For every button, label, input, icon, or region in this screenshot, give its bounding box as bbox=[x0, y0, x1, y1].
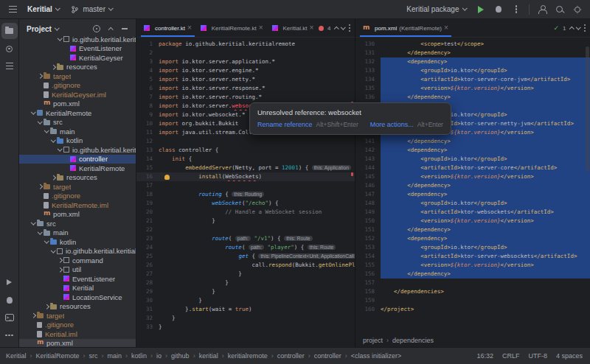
line-number[interactable]: 134 bbox=[355, 75, 381, 84]
line-number[interactable]: 19 bbox=[136, 199, 159, 208]
tree-item[interactable]: KeritialRemote bbox=[19, 108, 136, 118]
code-line[interactable]: 26 call.respond(Bukkit.getOnlinePlayers(… bbox=[136, 261, 355, 270]
code-line[interactable]: 33} bbox=[136, 323, 355, 332]
line-number[interactable]: 133 bbox=[355, 66, 381, 75]
code-editor-kotlin[interactable]: 1package io.github.keritial.keritialremo… bbox=[136, 38, 355, 347]
breadcrumb-item[interactable]: Keritial bbox=[6, 352, 27, 360]
main-menu-button[interactable] bbox=[4, 1, 21, 18]
line-number[interactable]: 26 bbox=[136, 261, 159, 270]
error-stripe-mark[interactable] bbox=[351, 172, 353, 176]
code-line[interactable]: 132 <dependency> bbox=[355, 57, 590, 66]
code-line[interactable]: 150 <version>${ktor.version}</version> bbox=[355, 217, 590, 225]
line-number[interactable]: 153 bbox=[355, 243, 381, 252]
editor-tab[interactable]: KeritialRemote.kt bbox=[196, 19, 268, 37]
tree-item[interactable]: target bbox=[19, 182, 136, 192]
breadcrumb-item[interactable]: keritialremote bbox=[218, 352, 268, 360]
code-line[interactable]: 15 embeddedServer(Netty, port = 12001) {… bbox=[136, 164, 355, 172]
tree-item[interactable]: KeritialGeyser.iml bbox=[19, 90, 136, 99]
run-config-selector[interactable]: Keritial package bbox=[401, 3, 471, 15]
line-number[interactable]: 159 bbox=[355, 296, 381, 305]
next-problem-icon[interactable] bbox=[341, 24, 345, 29]
breadcrumb-item[interactable]: github bbox=[162, 352, 190, 360]
line-number[interactable]: 146 bbox=[355, 181, 381, 190]
close-icon[interactable] bbox=[444, 24, 448, 32]
line-number[interactable]: 28 bbox=[136, 279, 159, 287]
structure-tool-button[interactable] bbox=[1, 58, 18, 74]
code-line[interactable]: 5import io.ktor.server.netty.* bbox=[136, 75, 355, 84]
tree-item[interactable]: .gitignore bbox=[19, 192, 136, 201]
line-number[interactable]: 152 bbox=[355, 234, 381, 243]
commit-tool-button[interactable] bbox=[1, 41, 18, 57]
code-line[interactable]: 159 bbox=[355, 296, 590, 305]
code-line[interactable]: 30 } bbox=[136, 296, 355, 305]
next-problem-icon[interactable] bbox=[576, 24, 580, 29]
vcs-branch-widget[interactable]: master bbox=[66, 3, 117, 16]
line-number[interactable]: 13 bbox=[136, 146, 159, 155]
chevron-right-icon[interactable] bbox=[38, 74, 42, 78]
breadcrumb-item[interactable]: kotlin bbox=[122, 352, 147, 360]
line-number[interactable]: 148 bbox=[355, 199, 381, 208]
line-number[interactable]: 136 bbox=[355, 93, 381, 102]
code-line[interactable]: 156 </dependency> bbox=[355, 270, 590, 279]
code-line[interactable]: 148 <groupId>io.ktor</groupId> bbox=[355, 199, 590, 208]
line-number[interactable]: 3 bbox=[136, 57, 159, 66]
tree-item[interactable]: .gitignore bbox=[19, 321, 136, 330]
settings-button[interactable] bbox=[569, 1, 586, 18]
line-number[interactable]: 4 bbox=[136, 66, 159, 75]
line-number[interactable]: 144 bbox=[355, 164, 381, 172]
chevron-down-icon[interactable] bbox=[38, 229, 42, 234]
code-line[interactable]: 157 bbox=[355, 279, 590, 287]
tree-item[interactable]: KeritialRemote bbox=[19, 164, 136, 173]
more-icon[interactable] bbox=[349, 27, 351, 29]
chevron-down-icon[interactable] bbox=[51, 248, 55, 252]
code-line[interactable]: 12 bbox=[136, 137, 355, 146]
code-line[interactable]: 16 install(WebSockets) bbox=[136, 172, 355, 181]
chevron-down-icon[interactable] bbox=[44, 239, 49, 243]
code-line[interactable]: 31 }.start(wait = true) bbox=[136, 305, 355, 314]
tree-item[interactable]: src bbox=[19, 219, 136, 228]
code-line[interactable]: 149 <artifactId>ktor-websockets</artifac… bbox=[355, 208, 590, 217]
line-number[interactable]: 157 bbox=[355, 279, 381, 287]
hide-panel-button[interactable] bbox=[118, 22, 131, 35]
code-line[interactable]: 2 bbox=[136, 49, 355, 57]
tree-item[interactable]: resources bbox=[19, 173, 136, 183]
close-icon[interactable] bbox=[187, 24, 192, 32]
code-line[interactable]: 155 <version>${ktor.version}</version> bbox=[355, 261, 590, 270]
code-line[interactable]: 151 </dependency> bbox=[355, 225, 590, 234]
breadcrumb-item[interactable]: project bbox=[363, 337, 383, 344]
line-number[interactable]: 155 bbox=[355, 261, 381, 270]
code-line[interactable]: 22 bbox=[136, 225, 355, 234]
line-number[interactable]: 9 bbox=[136, 111, 159, 119]
line-number[interactable]: 8 bbox=[136, 102, 159, 111]
line-number[interactable]: 1 bbox=[136, 40, 159, 49]
line-number[interactable]: 143 bbox=[355, 155, 381, 164]
code-line[interactable]: 147 <dependency> bbox=[355, 190, 590, 199]
tree-item[interactable]: .gitignore bbox=[19, 81, 136, 91]
line-number[interactable]: 31 bbox=[136, 305, 159, 314]
line-number[interactable]: 150 bbox=[355, 217, 381, 225]
code-line[interactable]: 14 init { bbox=[136, 155, 355, 164]
run-tool-button[interactable] bbox=[1, 274, 18, 290]
tree-item[interactable]: kotlin bbox=[19, 237, 136, 247]
code-line[interactable]: 152 <dependency> bbox=[355, 234, 590, 243]
line-number[interactable]: 16 bbox=[136, 172, 159, 181]
tree-item[interactable]: command bbox=[19, 256, 136, 265]
project-widget[interactable]: Keritial bbox=[22, 3, 64, 15]
tree-item[interactable]: target bbox=[19, 71, 136, 81]
code-line[interactable]: 136 </dependency> bbox=[355, 93, 590, 102]
code-line[interactable]: 32 } bbox=[136, 314, 355, 323]
scrollbar-thumb[interactable] bbox=[586, 46, 589, 172]
line-number[interactable]: 22 bbox=[136, 225, 159, 234]
tree-item[interactable]: src bbox=[19, 118, 136, 127]
line-number[interactable]: 25 bbox=[136, 252, 159, 261]
code-line[interactable]: 143 <groupId>io.ktor</groupId> bbox=[355, 155, 590, 164]
code-line[interactable]: 153 <groupId>io.ktor</groupId> bbox=[355, 243, 590, 252]
tree-item[interactable]: EventListener bbox=[19, 44, 136, 54]
editor-tab[interactable]: Keritial.kt bbox=[268, 19, 318, 37]
close-icon[interactable] bbox=[309, 24, 313, 32]
line-number[interactable]: 158 bbox=[355, 287, 381, 296]
tree-item[interactable]: io.github.keritial.keritialgeyser bbox=[19, 35, 136, 44]
line-number[interactable]: 132 bbox=[355, 57, 381, 66]
tree-item[interactable]: pom.xml bbox=[19, 99, 136, 109]
code-line[interactable]: 144 <artifactId>ktor-server-core</artifa… bbox=[355, 164, 590, 172]
